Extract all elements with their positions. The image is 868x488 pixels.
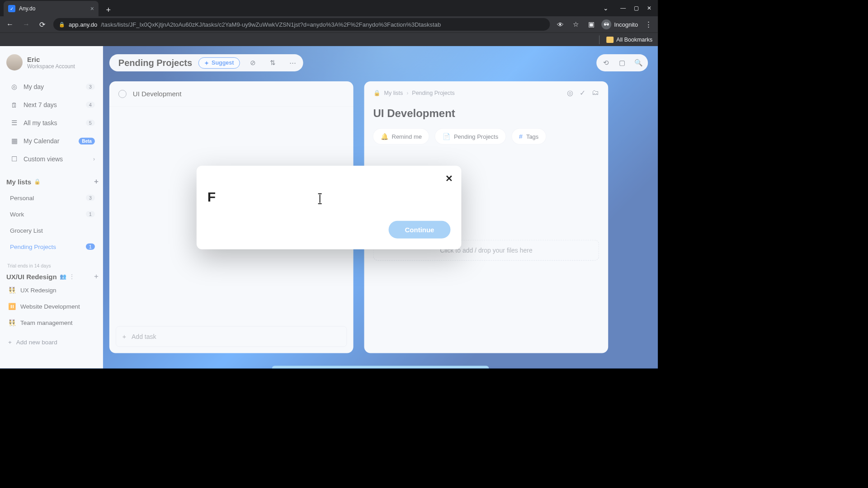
- url-host: app.any.do: [69, 21, 97, 28]
- window-close-icon[interactable]: ✕: [647, 5, 651, 11]
- all-bookmarks-button[interactable]: All Bookmarks: [606, 36, 652, 42]
- browser-toolbar: ← → ⟳ 🔒 app.any.do/tasks/lists/JF_Ix0QxK…: [0, 16, 658, 33]
- lock-icon: 🔒: [59, 21, 65, 27]
- reload-icon[interactable]: ⟳: [37, 20, 48, 28]
- new-item-modal: ✕ Continue: [197, 165, 462, 249]
- extensions-icon[interactable]: ▣: [586, 20, 596, 28]
- incognito-chip[interactable]: 🕶 Incognito: [601, 19, 638, 29]
- close-icon[interactable]: ✕: [445, 173, 453, 183]
- bookmarks-separator: │: [597, 35, 602, 43]
- browser-tab-active[interactable]: ✓ Any.do ×: [4, 1, 99, 16]
- continue-button[interactable]: Continue: [389, 221, 451, 238]
- browser-titlebar: ✓ Any.do × + ⌄ — ▢ ✕: [0, 0, 658, 16]
- window-controls: ⌄ — ▢ ✕: [603, 0, 658, 16]
- modal-overlay: ✕ Continue: [0, 46, 658, 369]
- eye-off-icon[interactable]: 👁: [556, 20, 566, 28]
- incognito-label: Incognito: [614, 21, 638, 28]
- incognito-icon: 🕶: [601, 19, 611, 29]
- anydo-favicon: ✓: [8, 5, 15, 12]
- folder-icon: [606, 36, 613, 42]
- url-bar[interactable]: 🔒 app.any.do/tasks/lists/JF_Ix0QxKjtjnA2…: [53, 18, 550, 31]
- kebab-icon[interactable]: ⋮: [643, 20, 653, 28]
- tab-title: Any.do: [19, 5, 35, 12]
- url-path: /tasks/lists/JF_Ix0QxKjtjnA2toAu60zKJ/ta…: [101, 21, 441, 28]
- forward-icon[interactable]: →: [21, 20, 32, 28]
- all-bookmarks-label: All Bookmarks: [616, 36, 652, 42]
- star-icon[interactable]: ☆: [571, 20, 581, 28]
- new-tab-button[interactable]: +: [102, 4, 115, 16]
- back-icon[interactable]: ←: [5, 20, 15, 28]
- minimize-icon[interactable]: —: [620, 5, 626, 11]
- bookmarks-bar: │ All Bookmarks: [0, 33, 658, 46]
- maximize-icon[interactable]: ▢: [634, 5, 639, 11]
- tab-dropdown-icon[interactable]: ⌄: [603, 5, 609, 12]
- close-icon[interactable]: ×: [90, 5, 94, 12]
- text-cursor-icon: [320, 194, 321, 202]
- modal-text-input[interactable]: [208, 189, 451, 204]
